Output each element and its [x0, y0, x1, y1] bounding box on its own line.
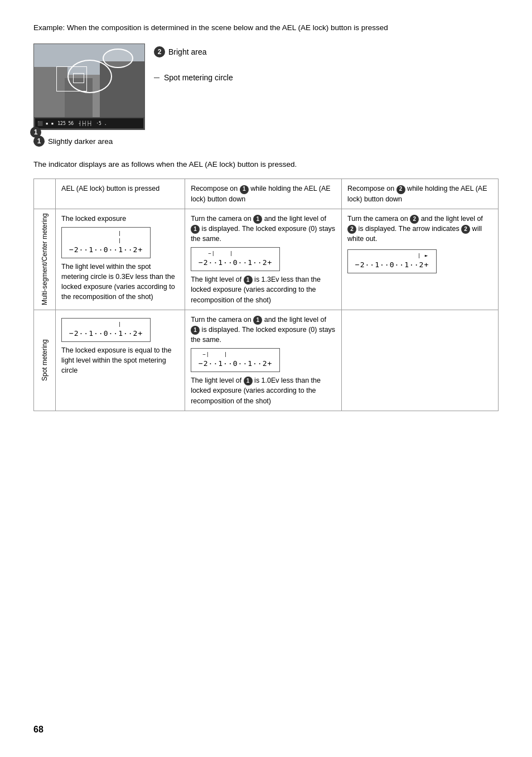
page-number: 68 — [33, 725, 43, 735]
row-label-multi: Multi-segment/Center metering — [34, 209, 56, 310]
cell-spot-recompose1: Turn the camera on 1 and the light level… — [185, 310, 342, 411]
row-label-spot: Spot metering — [34, 310, 56, 411]
scene-container: ⬛ ▪ ▪ 125 56 ┤├┤├┤ ·5 . 1 2 Bright area … — [33, 44, 499, 130]
cell-spot-r1-text: The light level of 1 is 1.0Ev less than … — [191, 375, 336, 406]
badge-1-icon: 1 — [30, 127, 41, 138]
meter-multi-ael: || −2··1··0··1··2+ — [61, 227, 151, 258]
main-table: AEL (AE lock) button is pressed Recompos… — [33, 179, 499, 411]
cell-multi-r2-text: Turn the camera on 2 and the light level… — [347, 214, 492, 244]
cell-multi-recompose2: Turn the camera on 2 and the light level… — [342, 209, 499, 310]
cell-multi-r1-title: Turn the camera on 1 and the light level… — [191, 214, 336, 244]
cell-multi-r1-text: The light level of 1 is 1.3Ev less than … — [191, 274, 336, 305]
table-row-spot: Spot metering | −2··1··0··1··2+ The lock… — [34, 310, 499, 411]
bright-area-label: Bright area — [168, 47, 206, 56]
spot-metering-label: Spot metering circle — [164, 73, 233, 82]
col-header-empty — [34, 179, 56, 209]
meter-spot-r1: −| | −2··1··0··1··2+ — [191, 348, 280, 372]
col-header-recompose-1: Recompose on 1 while holding the AEL (AE… — [185, 179, 342, 209]
cell-multi-ael: The locked exposure || −2··1··0··1··2+ T… — [56, 209, 185, 310]
col-header-ael: AEL (AE lock) button is pressed — [56, 179, 185, 209]
callouts-container: 2 Bright area Spot metering circle — [154, 44, 233, 83]
table-header-row: AEL (AE lock) button is pressed Recompos… — [34, 179, 499, 209]
meter-spot-ael: | −2··1··0··1··2+ — [61, 318, 151, 342]
cell-multi-ael-text: The light level within the spot metering… — [61, 262, 179, 302]
meter-multi-r1: −| | −2··1··0··1··2+ — [191, 247, 280, 271]
meter-multi-r2: | ► −2··1··0··1··2+ — [347, 249, 437, 273]
badge-2-icon: 2 — [154, 46, 165, 57]
cell-spot-r1-title: Turn the camera on 1 and the light level… — [191, 315, 336, 345]
table-row-multi-segment: Multi-segment/Center metering The locked… — [34, 209, 499, 310]
camera-image: ⬛ ▪ ▪ 125 56 ┤├┤├┤ ·5 . — [33, 44, 145, 130]
col-header-recompose-2: Recompose on 2 while holding the AEL (AE… — [342, 179, 499, 209]
cell-multi-ael-title: The locked exposure — [61, 214, 179, 224]
cell-multi-recompose1: Turn the camera on 1 and the light level… — [185, 209, 342, 310]
cell-spot-recompose2 — [342, 310, 499, 411]
slightly-darker-area: 1 Slightly darker area — [33, 136, 499, 147]
bright-area-callout: 2 Bright area — [154, 46, 233, 57]
intro-text: Example: When the composition is determi… — [33, 22, 499, 33]
spot-metering-callout: Spot metering circle — [154, 73, 233, 82]
slightly-darker-label: Slightly darker area — [48, 137, 113, 146]
cell-spot-ael-text: The locked exposure is equal to the ligh… — [61, 345, 179, 375]
indicator-intro: The indicator displays are as follows wh… — [33, 160, 499, 168]
badge-1-label: 1 — [30, 127, 41, 138]
cell-spot-ael: | −2··1··0··1··2+ The locked exposure is… — [56, 310, 185, 411]
